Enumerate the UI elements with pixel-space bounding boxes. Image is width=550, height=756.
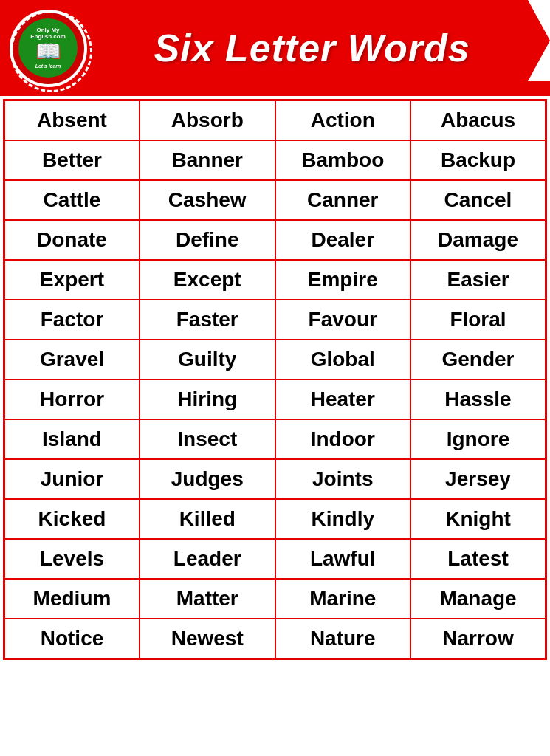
word-cell: Dealer (275, 220, 411, 260)
word-cell: Global (275, 340, 411, 379)
logo-tagline: Let's learn (35, 63, 61, 69)
word-cell: Matter (140, 579, 275, 619)
table-row: GravelGuiltyGlobalGender (4, 340, 546, 379)
word-cell: Abacus (410, 100, 546, 141)
table-row: DonateDefineDealerDamage (4, 220, 546, 260)
page-title: Six Letter Words (89, 26, 535, 70)
table-row: KickedKilledKindlyKnight (4, 499, 546, 539)
word-cell: Nature (275, 619, 411, 659)
word-cell: Guilty (140, 340, 275, 379)
word-cell: Hiring (140, 379, 275, 419)
word-cell: Easier (410, 260, 546, 300)
header: Only MyEnglish.com 📖 Let's learn Six Let… (0, 0, 550, 96)
word-cell: Empire (275, 260, 411, 300)
word-cell: Better (4, 140, 140, 180)
word-cell: Leader (140, 539, 275, 579)
word-cell: Kicked (4, 499, 140, 539)
table-row: ExpertExceptEmpireEasier (4, 260, 546, 300)
word-cell: Cattle (4, 180, 140, 220)
word-cell: Horror (4, 379, 140, 419)
table-row: MediumMatterMarineManage (4, 579, 546, 619)
table-row: NoticeNewestNatureNarrow (4, 619, 546, 659)
word-cell: Latest (410, 539, 546, 579)
word-cell: Absent (4, 100, 140, 141)
word-cell: Absorb (140, 100, 275, 141)
word-cell: Lawful (275, 539, 411, 579)
table-row: BetterBannerBambooBackup (4, 140, 546, 180)
table-row: AbsentAbsorbActionAbacus (4, 100, 546, 141)
word-cell: Marine (275, 579, 411, 619)
table-row: FactorFasterFavourFloral (4, 300, 546, 340)
word-cell: Insect (140, 419, 275, 459)
word-cell: Action (275, 100, 411, 141)
word-cell: Faster (140, 300, 275, 340)
word-cell: Favour (275, 300, 411, 340)
table-row: HorrorHiringHeaterHassle (4, 379, 546, 419)
word-cell: Donate (4, 220, 140, 260)
word-cell: Ignore (410, 419, 546, 459)
word-cell: Levels (4, 539, 140, 579)
word-cell: Except (140, 260, 275, 300)
word-cell: Jersey (410, 459, 546, 499)
word-cell: Medium (4, 579, 140, 619)
logo-container: Only MyEnglish.com 📖 Let's learn (7, 7, 89, 89)
word-cell: Island (4, 419, 140, 459)
word-cell: Banner (140, 140, 275, 180)
word-cell: Narrow (410, 619, 546, 659)
book-icon: 📖 (35, 41, 61, 62)
word-cell: Cancel (410, 180, 546, 220)
word-cell: Manage (410, 579, 546, 619)
word-cell: Define (140, 220, 275, 260)
word-cell: Notice (4, 619, 140, 659)
words-table: AbsentAbsorbActionAbacusBetterBannerBamb… (3, 99, 547, 660)
word-cell: Cashew (140, 180, 275, 220)
table-row: LevelsLeaderLawfulLatest (4, 539, 546, 579)
word-cell: Gravel (4, 340, 140, 379)
word-cell: Joints (275, 459, 411, 499)
word-cell: Heater (275, 379, 411, 419)
table-row: IslandInsectIndoorIgnore (4, 419, 546, 459)
word-cell: Junior (4, 459, 140, 499)
word-cell: Killed (140, 499, 275, 539)
word-cell: Hassle (410, 379, 546, 419)
word-cell: Bamboo (275, 140, 411, 180)
word-cell: Floral (410, 300, 546, 340)
word-cell: Canner (275, 180, 411, 220)
table-row: JuniorJudgesJointsJersey (4, 459, 546, 499)
word-cell: Factor (4, 300, 140, 340)
word-cell: Newest (140, 619, 275, 659)
word-cell: Judges (140, 459, 275, 499)
word-cell: Gender (410, 340, 546, 379)
word-cell: Kindly (275, 499, 411, 539)
word-cell: Backup (410, 140, 546, 180)
word-cell: Damage (410, 220, 546, 260)
word-cell: Expert (4, 260, 140, 300)
word-cell: Indoor (275, 419, 411, 459)
table-container: AbsentAbsorbActionAbacusBetterBannerBamb… (0, 96, 550, 663)
logo-text-top: Only MyEnglish.com (30, 27, 66, 41)
word-cell: Knight (410, 499, 546, 539)
table-row: CattleCashewCannerCancel (4, 180, 546, 220)
